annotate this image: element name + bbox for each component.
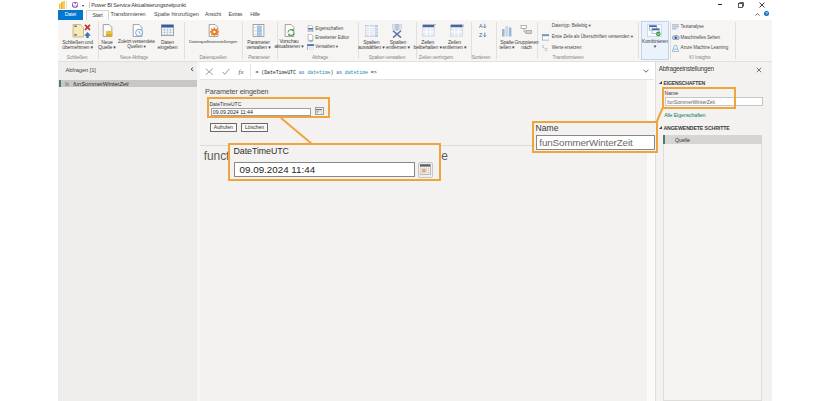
svg-text:2: 2	[545, 48, 547, 51]
svg-text:Z: Z	[479, 32, 483, 38]
svg-text:1: 1	[542, 45, 544, 49]
svg-text:A: A	[479, 23, 483, 29]
